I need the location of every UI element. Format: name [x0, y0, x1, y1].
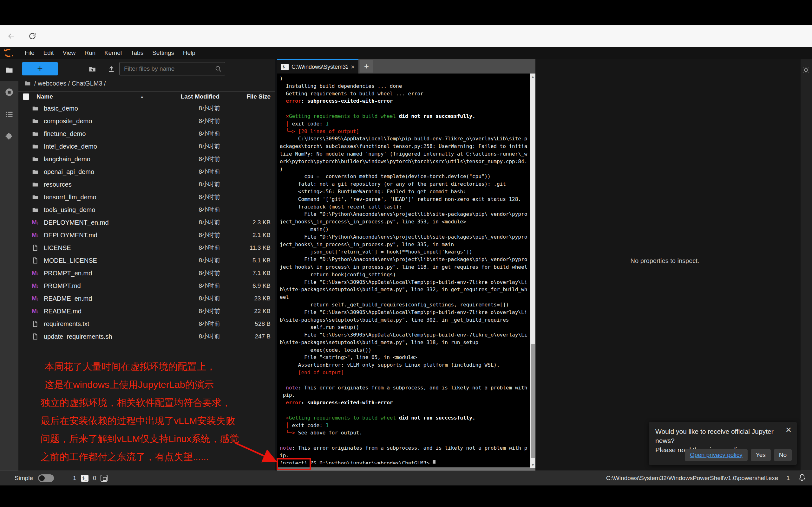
- menu-run[interactable]: Run: [80, 47, 100, 59]
- folder-row[interactable]: tensorrt_llm_demo8小时前: [18, 191, 275, 204]
- entry-size: 2.1 KB: [220, 232, 270, 239]
- entry-size: 23 KB: [220, 295, 270, 302]
- entry-modified: 8小时前: [147, 130, 220, 138]
- entry-modified: 8小时前: [147, 257, 220, 265]
- folder-row[interactable]: composite_demo8小时前: [18, 115, 275, 127]
- file-row[interactable]: LICENSE8小时前11.3 KB: [18, 241, 275, 254]
- new-folder-button[interactable]: [87, 64, 98, 74]
- file-icon: [32, 257, 43, 264]
- jupyter-menubar: File Edit View Run Kernel Tabs Settings …: [0, 47, 812, 59]
- browser-refresh-button[interactable]: [26, 29, 39, 43]
- entry-name: basic_demo: [43, 105, 147, 112]
- open-privacy-policy-button[interactable]: Open privacy policy: [685, 449, 748, 461]
- screen: localhost:8889/lab aあ A) ) ☆ ⋯ File: [0, 0, 812, 507]
- sidebar-tab-extensions[interactable]: [0, 125, 18, 148]
- entry-name: tensorrt_llm_demo: [43, 193, 147, 201]
- folder-icon: [32, 168, 43, 175]
- menu-tabs[interactable]: Tabs: [126, 47, 148, 59]
- entry-modified: 8小时前: [147, 142, 220, 151]
- terminals-count: 1: [73, 475, 77, 482]
- folder-row[interactable]: Intel_device_demo8小时前: [18, 140, 275, 153]
- bell-icon[interactable]: [798, 473, 806, 483]
- kernel-chip-icon: [101, 475, 107, 482]
- file-row[interactable]: M↓README_en.md8小时前23 KB: [18, 292, 275, 305]
- folder-row[interactable]: resources8小时前: [18, 178, 275, 191]
- folder-row[interactable]: langchain_demo8小时前: [18, 153, 275, 165]
- close-tab-icon[interactable]: ×: [351, 63, 355, 71]
- annotation-text-1: 本周花了大量时间在虚拟环境的配置上，这是在windows上使用JupyterLa…: [44, 357, 216, 394]
- inspector-empty-text: No properties to inspect.: [536, 257, 794, 265]
- terminal-output[interactable]: ) Installing build dependencies ... done…: [277, 73, 530, 464]
- markdown-icon: M↓: [32, 308, 43, 315]
- folder-row[interactable]: finetune_demo8小时前: [18, 127, 275, 140]
- folder-icon: [5, 66, 14, 74]
- scroll-up-icon[interactable]: ▲: [530, 73, 536, 80]
- entry-name: Intel_device_demo: [43, 143, 147, 150]
- folder-row[interactable]: basic_demo8小时前: [18, 102, 275, 115]
- file-row[interactable]: M↓PROMPT.md8小时前6.9 KB: [18, 279, 275, 292]
- entry-name: PROMPT.md: [43, 282, 147, 290]
- entry-modified: 8小时前: [147, 168, 220, 176]
- breadcrumb[interactable]: / webcodes / ChatGLM3 /: [24, 78, 106, 88]
- entry-modified: 8小时前: [147, 206, 220, 214]
- column-last-modified[interactable]: Last Modified: [147, 93, 219, 100]
- yes-button[interactable]: Yes: [751, 449, 771, 461]
- sidebar-tab-filebrowser[interactable]: [0, 59, 18, 81]
- new-launcher-button[interactable]: +: [22, 62, 58, 75]
- select-all-checkbox[interactable]: [23, 94, 29, 100]
- kernel-path[interactable]: C:\Windows\System32\WindowsPowerShell\v1…: [606, 475, 778, 482]
- column-name[interactable]: Name▲: [32, 93, 147, 100]
- upload-button[interactable]: [106, 64, 117, 74]
- column-divider: [228, 93, 228, 101]
- markdown-icon: M↓: [32, 295, 43, 302]
- markdown-icon: M↓: [32, 219, 43, 226]
- bottom-letterbox: [0, 486, 812, 507]
- file-row[interactable]: M↓README.md8小时前22 KB: [18, 305, 275, 318]
- folder-row[interactable]: tools_using_demo8小时前: [18, 204, 275, 216]
- menu-settings[interactable]: Settings: [148, 47, 179, 59]
- entry-modified: 8小时前: [147, 117, 220, 125]
- menu-edit[interactable]: Edit: [39, 47, 58, 59]
- annotation-highlight-box: [276, 458, 311, 470]
- jupyter-news-notification: Would you like to receive official Jupyt…: [649, 422, 797, 465]
- simple-mode-toggle[interactable]: [38, 474, 54, 482]
- panel-splitter[interactable]: [275, 59, 277, 470]
- folder-row[interactable]: openai_api_demo8小时前: [18, 165, 275, 178]
- entry-modified: 8小时前: [147, 320, 220, 328]
- filter-files-box: [119, 62, 225, 75]
- home-folder-icon: [24, 80, 31, 87]
- file-row[interactable]: MODEL_LICENSE8小时前5.1 KB: [18, 254, 275, 267]
- new-tab-button[interactable]: +: [360, 60, 373, 72]
- entry-modified: 8小时前: [147, 307, 220, 315]
- no-button[interactable]: No: [774, 449, 792, 461]
- file-row[interactable]: M↓DEPLOYMENT_en.md8小时前2.3 KB: [18, 216, 275, 229]
- menu-file[interactable]: File: [20, 47, 39, 59]
- file-row[interactable]: update_requirements.sh8小时前247 B: [18, 330, 275, 343]
- menu-kernel[interactable]: Kernel: [100, 47, 126, 59]
- gear-icon[interactable]: [801, 65, 811, 75]
- file-row[interactable]: M↓PROMPT_en.md8小时前7.1 KB: [18, 267, 275, 279]
- folder-icon: [32, 130, 43, 137]
- close-icon[interactable]: ✕: [785, 426, 792, 435]
- file-row[interactable]: M↓DEPLOYMENT.md8小时前2.1 KB: [18, 229, 275, 241]
- column-file-size[interactable]: File Size: [219, 93, 270, 100]
- terminal-tab[interactable]: $_ C:\Windows\System32\Win ×: [277, 59, 358, 73]
- top-letterbox: [0, 0, 812, 25]
- browser-back-button[interactable]: [4, 29, 18, 43]
- menu-help[interactable]: Help: [179, 47, 200, 59]
- scrollbar-thumb[interactable]: [531, 344, 535, 458]
- entry-name: README.md: [43, 308, 147, 315]
- terminal-panel: $_ C:\Windows\System32\Win × + ) Install…: [277, 59, 536, 470]
- sidebar-tab-toc[interactable]: [0, 103, 18, 125]
- file-list: basic_demo8小时前composite_demo8小时前finetune…: [18, 102, 275, 343]
- sidebar-tab-running[interactable]: [0, 81, 18, 103]
- filter-files-input[interactable]: [119, 65, 215, 72]
- menu-view[interactable]: View: [58, 47, 80, 59]
- entry-modified: 8小时前: [147, 180, 220, 188]
- terminal-scrollbar[interactable]: ▲ ▼: [530, 73, 536, 468]
- file-icon: [32, 320, 43, 327]
- entry-size: 247 B: [220, 333, 270, 340]
- scroll-down-icon[interactable]: ▼: [530, 462, 536, 468]
- file-row[interactable]: requirements.txt8小时前528 B: [18, 318, 275, 330]
- entry-modified: 8小时前: [147, 332, 220, 341]
